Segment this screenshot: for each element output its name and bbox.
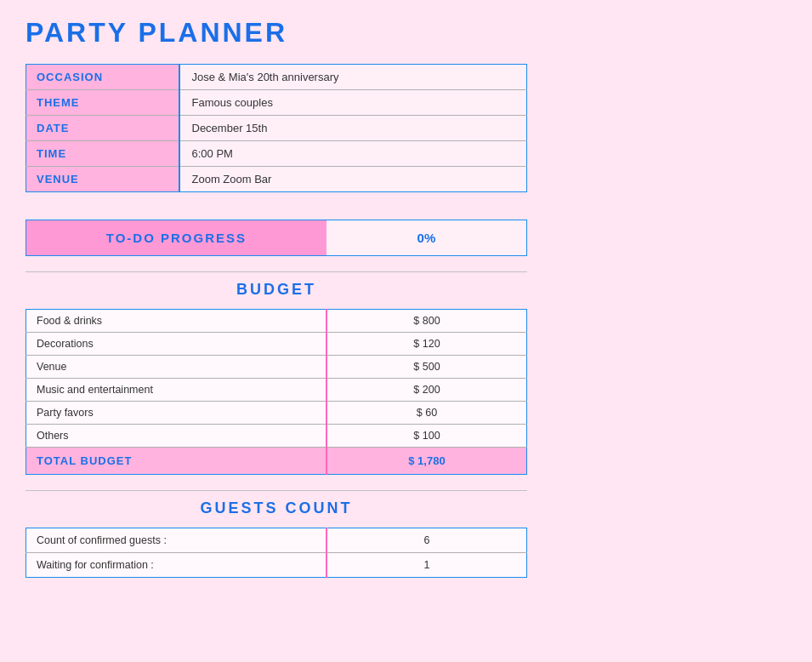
progress-bar-container: TO-DO PROGRESS 0% bbox=[26, 220, 527, 256]
time-label: TIME bbox=[26, 141, 179, 167]
budget-row-venue: Venue $ 500 bbox=[26, 356, 527, 379]
budget-row-food: Food & drinks $ 800 bbox=[26, 310, 527, 333]
budget-amount-others: $ 100 bbox=[327, 425, 527, 448]
theme-label: THEME bbox=[26, 90, 179, 116]
time-row: TIME 6:00 PM bbox=[26, 141, 527, 167]
budget-section-title: BUDGET bbox=[26, 281, 527, 299]
date-label: DATE bbox=[26, 116, 179, 141]
budget-total-amount: $ 1,780 bbox=[327, 448, 527, 475]
budget-amount-favors: $ 60 bbox=[327, 402, 527, 425]
guests-confirmed-row: Count of confirmed guests : 6 bbox=[26, 528, 527, 553]
page-title: PARTY PLANNER bbox=[26, 17, 786, 49]
guests-waiting-value: 1 bbox=[327, 553, 527, 578]
venue-value: Zoom Zoom Bar bbox=[179, 167, 527, 192]
budget-total-label: TOTAL BUDGET bbox=[26, 448, 327, 475]
budget-amount-music: $ 200 bbox=[327, 379, 527, 402]
budget-row-favors: Party favors $ 60 bbox=[26, 402, 527, 425]
theme-value: Famous couples bbox=[179, 90, 527, 116]
budget-item-food: Food & drinks bbox=[26, 310, 327, 333]
progress-section: TO-DO PROGRESS 0% bbox=[26, 208, 527, 256]
progress-value: 0% bbox=[327, 220, 526, 255]
venue-label: VENUE bbox=[26, 167, 179, 192]
occasion-label: OCCASION bbox=[26, 65, 179, 90]
info-table: OCCASION Jose & Mia's 20th anniversary T… bbox=[26, 64, 527, 192]
theme-row: THEME Famous couples bbox=[26, 90, 527, 116]
guests-waiting-label: Waiting for confirmation : bbox=[26, 553, 327, 578]
budget-divider bbox=[26, 271, 527, 272]
budget-row-others: Others $ 100 bbox=[26, 425, 527, 448]
budget-total-row: TOTAL BUDGET $ 1,780 bbox=[26, 448, 527, 475]
budget-row-music: Music and entertainment $ 200 bbox=[26, 379, 527, 402]
guests-confirmed-value: 6 bbox=[327, 528, 527, 553]
budget-amount-decorations: $ 120 bbox=[327, 333, 527, 356]
budget-item-music: Music and entertainment bbox=[26, 379, 327, 402]
guests-table: Count of confirmed guests : 6 Waiting fo… bbox=[26, 528, 527, 578]
budget-item-others: Others bbox=[26, 425, 327, 448]
budget-amount-venue: $ 500 bbox=[327, 356, 527, 379]
budget-row-decorations: Decorations $ 120 bbox=[26, 333, 527, 356]
occasion-row: OCCASION Jose & Mia's 20th anniversary bbox=[26, 65, 527, 90]
guests-waiting-row: Waiting for confirmation : 1 bbox=[26, 553, 527, 578]
venue-row: VENUE Zoom Zoom Bar bbox=[26, 167, 527, 192]
guests-confirmed-label: Count of confirmed guests : bbox=[26, 528, 327, 553]
date-row: DATE December 15th bbox=[26, 116, 527, 141]
budget-item-venue: Venue bbox=[26, 356, 327, 379]
guests-section-title: GUESTS COUNT bbox=[26, 499, 527, 517]
progress-label: TO-DO PROGRESS bbox=[26, 220, 327, 255]
budget-item-decorations: Decorations bbox=[26, 333, 327, 356]
date-value: December 15th bbox=[179, 116, 527, 141]
budget-amount-food: $ 800 bbox=[327, 310, 527, 333]
budget-table: Food & drinks $ 800 Decorations $ 120 Ve… bbox=[26, 309, 527, 475]
time-value: 6:00 PM bbox=[179, 141, 527, 167]
occasion-value: Jose & Mia's 20th anniversary bbox=[179, 65, 527, 90]
budget-item-favors: Party favors bbox=[26, 402, 327, 425]
guests-divider bbox=[26, 490, 527, 491]
